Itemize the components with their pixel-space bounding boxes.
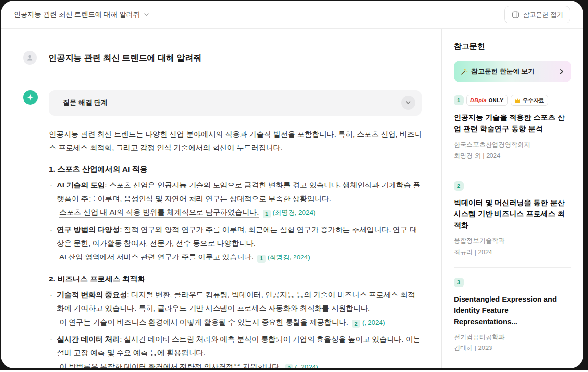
reference-number-badge: 2 [454, 181, 464, 191]
reference-item[interactable]: 2 빅데이터 및 머신러닝을 통한 분산 시스템 기반 비즈니스 프로세스 최적… [454, 171, 571, 268]
reference-author-year: 최규리 | 2024 [454, 247, 571, 257]
citation-source[interactable]: (, 2024) [295, 363, 318, 368]
answer-intro: 인공지능 관련 최신 트렌드는 다양한 산업 분야에서의 적용과 기술적 발전을… [49, 127, 422, 155]
answer-bullet: 기술적 변화의 중요성: 디지털 변환, 클라우드 컴퓨팅, 빅데이터, 인공지… [49, 288, 422, 329]
answer-bullet: AI 기술의 도입: 스포츠 산업은 인공지능 기술의 도입으로 급격한 변화를… [49, 178, 422, 220]
reference-title[interactable]: 빅데이터 및 머신러닝을 통한 분산 시스템 기반 비즈니스 프로세스 최적화 [454, 197, 571, 231]
premium-badge: 우수자료 [511, 95, 548, 106]
citation-source[interactable]: (최명경, 2024) [273, 209, 316, 216]
reference-journal: 융합정보기술학과 [454, 235, 571, 246]
question-title: 인공지능 관련 최신 트렌드에 대해 알려줘 [49, 52, 202, 64]
reference-item[interactable]: 3 Disentangled Expression and Identity F… [454, 268, 571, 364]
bullet-lead: 실시간 데이터 처리 [57, 335, 120, 343]
references-collapse-label: 참고문헌 접기 [523, 10, 563, 19]
bullet-text: AI 기술의 도입: 스포츠 산업은 인공지능 기술의 도입으로 급격한 변화를… [57, 178, 422, 206]
reference-journal: 한국스포츠산업경영학회지 [454, 140, 571, 150]
user-question-row: 인공지능 관련 최신 트렌드에 대해 알려줘 [23, 51, 422, 65]
citation-line: 스포츠 산업 내 AI의 적용 범위를 체계적으로 탐구하였습니다.1(최명경,… [59, 206, 422, 220]
citation-sentence[interactable]: 스포츠 산업 내 AI의 적용 범위를 체계적으로 탐구하였습니다. [59, 208, 259, 216]
reference-author-year: 최명경 외 | 2024 [454, 150, 571, 161]
content-area: 인공지능 관련 최신 트렌드에 대해 알려줘 질문 해결 단계 인공지능 관련 … [1, 29, 583, 368]
chevron-down-icon [144, 12, 149, 18]
reference-badges: 1 DBpiaONLY 우수자료 [454, 95, 571, 106]
answer-body: 인공지능 관련 최신 트렌드는 다양한 산업 분야에서의 적용과 기술적 발전을… [49, 127, 422, 368]
reference-number-badge: 3 [454, 278, 464, 287]
steps-card-label: 질문 해결 단계 [63, 98, 108, 107]
reference-badges: 3 [454, 278, 571, 287]
reference-journal: 전기컴퓨터공학과 [454, 332, 571, 343]
app-window: 인공지능 관련 최신 트렌드에 대해 알려줘 참고문헌 접기 인공지능 관련 최… [1, 1, 583, 368]
chevron-down-icon [405, 100, 411, 106]
reference-item[interactable]: 1 DBpiaONLY 우수자료 인공지능 기술을 적용한 스포츠 산업 관련 … [454, 85, 571, 171]
bullet-lead: 기술적 변화의 중요성 [57, 290, 127, 299]
sidebar-title: 참고문헌 [454, 42, 571, 52]
premium-badge-label: 우수자료 [523, 97, 544, 104]
citation-sentence[interactable]: 이 연구는 기술이 비즈니스 환경에서 어떻게 활용될 수 있는지 중요한 통찰… [59, 318, 348, 326]
citation-line: AI 산업 영역에서 서비스 관련 연구가 주를 이루고 있습니다.1(최명경,… [59, 250, 422, 264]
conversation-title: 인공지능 관련 최신 트렌드에 대해 알려줘 [14, 10, 140, 19]
reference-badges: 2 [454, 181, 571, 191]
sparkle-icon [26, 93, 34, 101]
conversation-title-dropdown[interactable]: 인공지능 관련 최신 트렌드에 대해 알려줘 [14, 10, 149, 19]
ai-answer-row: 질문 해결 단계 인공지능 관련 최신 트렌드는 다양한 산업 분야에서의 적용… [23, 90, 422, 368]
citation-line: 이 연구는 기술이 비즈니스 환경에서 어떻게 활용될 수 있는지 중요한 통찰… [59, 315, 422, 329]
answer-bullet: 연구 방법의 다양성: 질적 연구와 양적 연구가 주를 이루며, 최근에는 실… [49, 223, 422, 264]
references-overview-label: 참고문헌 한눈에 보기 [471, 67, 535, 76]
top-bar: 인공지능 관련 최신 트렌드에 대해 알려줘 참고문헌 접기 [1, 1, 583, 29]
references-overview-button[interactable]: 참고문헌 한눈에 보기 [454, 61, 571, 82]
answer-column: 질문 해결 단계 인공지능 관련 최신 트렌드는 다양한 산업 분야에서의 적용… [49, 90, 422, 368]
person-icon [26, 54, 34, 62]
side-panel-icon [512, 11, 519, 19]
citation-sentence[interactable]: AI 산업 영역에서 서비스 관련 연구가 주를 이루고 있습니다. [59, 253, 254, 261]
reference-list: 1 DBpiaONLY 우수자료 인공지능 기술을 적용한 스포츠 산업 관련 … [454, 85, 571, 364]
citation-sentence[interactable]: 이 방법론은 복잡한 데이터 환경에서 전략적 의사결정을 지원합니다. [59, 362, 281, 368]
citation-ref-badge[interactable]: 2 [285, 364, 293, 369]
reference-author-year: 김대하 | 2023 [454, 343, 571, 353]
chevron-right-icon [558, 69, 564, 75]
bullet-text: 연구 방법의 다양성: 질적 연구와 양적 연구가 주를 이루며, 최근에는 실… [57, 223, 422, 250]
citation-ref-badge[interactable]: 1 [257, 255, 266, 263]
ai-avatar [23, 90, 38, 105]
dbpia-logo: DBpia [470, 97, 487, 103]
dbpia-only-label: ONLY [489, 97, 504, 103]
citation-source[interactable]: (최명경, 2024) [268, 254, 310, 261]
citation-ref-badge[interactable]: 2 [352, 320, 360, 328]
bullet-body: : 스포츠 산업은 인공지능 기술의 도입으로 급격한 변화를 겪고 있습니다.… [57, 181, 420, 203]
reference-number-badge: 1 [454, 95, 464, 105]
answer-bullet: 실시간 데이터 처리: 실시간 데이터 스트림 처리와 예측 분석이 통합되어 … [49, 332, 422, 368]
citation-ref-badge[interactable]: 1 [263, 210, 271, 218]
bullet-lead: AI 기술의 도입 [57, 181, 105, 189]
citation-source[interactable]: (, 2024) [362, 319, 385, 326]
section-heading: 1. 스포츠 산업에서의 AI 적용 [49, 163, 422, 176]
reference-title[interactable]: Disentangled Expression and Identity Fea… [454, 293, 571, 327]
section-heading: 2. 비즈니스 프로세스 최적화 [49, 272, 422, 286]
steps-expand-button[interactable] [401, 96, 415, 110]
magic-wand-icon [461, 68, 468, 75]
chat-area: 인공지능 관련 최신 트렌드에 대해 알려줘 질문 해결 단계 인공지능 관련 … [1, 29, 441, 368]
user-avatar [23, 51, 37, 65]
steps-card[interactable]: 질문 해결 단계 [49, 90, 422, 116]
references-sidebar: 참고문헌 참고문헌 한눈에 보기 1 DBpiaONLY 우수자료 [441, 29, 583, 368]
references-collapse-button[interactable]: 참고문헌 접기 [504, 6, 570, 23]
reference-title[interactable]: 인공지능 기술을 적용한 스포츠 산업 관련 학술연구 동향 분석 [454, 112, 571, 135]
dbpia-only-badge: DBpiaONLY [466, 95, 508, 106]
bullet-lead: 연구 방법의 다양성 [57, 225, 120, 233]
bullet-text: 실시간 데이터 처리: 실시간 데이터 스트림 처리와 예측 분석이 통합되어 … [57, 332, 422, 360]
citation-line: 이 방법론은 복잡한 데이터 환경에서 전략적 의사결정을 지원합니다.2(, … [59, 360, 422, 368]
crown-icon [514, 98, 521, 103]
bullet-text: 기술적 변화의 중요성: 디지털 변환, 클라우드 컴퓨팅, 빅데이터, 인공지… [57, 288, 422, 315]
